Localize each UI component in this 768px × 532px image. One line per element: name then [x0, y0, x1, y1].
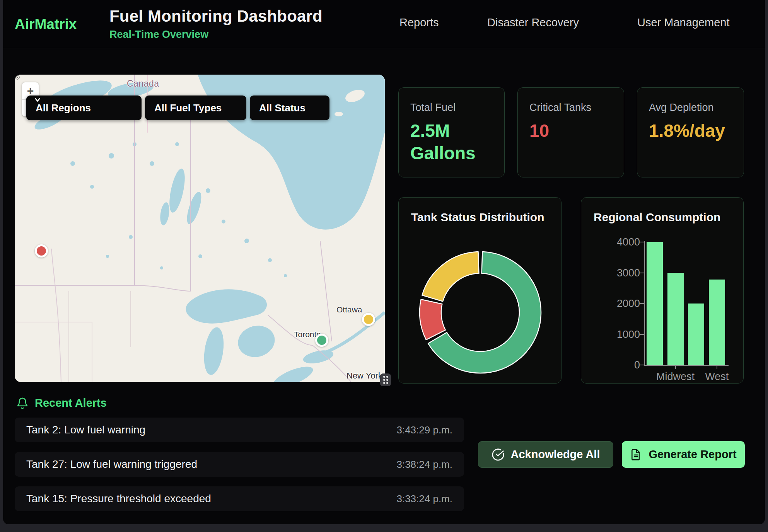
stat-card-avg-depletion: Avg Depletion 1.8%/day: [637, 87, 744, 177]
x-category-label: West: [684, 371, 750, 383]
alert-message: Tank 2: Low fuel warning: [26, 424, 145, 436]
y-tick-label: 3000: [597, 267, 640, 279]
nav-reports[interactable]: Reports: [399, 16, 439, 29]
stat-label: Total Fuel: [410, 102, 493, 114]
title-block: Fuel Monitoring Dashboard Real-Time Over…: [109, 7, 323, 41]
y-tick-label: 1000: [597, 329, 640, 341]
y-tick-mark: [640, 365, 644, 365]
consumption-bar: [647, 242, 663, 365]
stat-card-critical-tanks: Critical Tanks 10: [517, 87, 624, 177]
map-resize-handle[interactable]: [380, 373, 391, 386]
alert-row: Tank 27: Low fuel warning triggered 3:38…: [15, 452, 464, 477]
stat-value: 2.5M Gallons: [410, 120, 493, 164]
y-tick-label: 2000: [597, 298, 640, 310]
page-title: Fuel Monitoring Dashboard: [109, 7, 323, 26]
generate-report-button[interactable]: Generate Report: [622, 441, 745, 468]
y-tick-label: 0: [597, 359, 640, 371]
check-circle-icon: [492, 448, 505, 461]
recent-alerts-title: Recent Alerts: [35, 397, 107, 409]
x-tick-mark: [675, 366, 676, 369]
nav-disaster-recovery[interactable]: Disaster Recovery: [487, 16, 579, 29]
tank-status-donut: [399, 198, 562, 384]
stat-value: 10: [529, 120, 612, 142]
consumption-bar: [688, 304, 704, 365]
y-tick-mark: [640, 303, 644, 304]
status-filter-dropdown[interactable]: All Status: [250, 95, 329, 120]
status-filter-value: All Status: [259, 102, 305, 114]
alert-timestamp: 3:33:24 p.m.: [396, 493, 452, 505]
chevron-down-icon: [33, 95, 42, 104]
acknowledge-all-label: Acknowledge All: [511, 448, 600, 461]
tank-marker-critical[interactable]: [35, 244, 48, 257]
y-tick-mark: [640, 242, 644, 242]
alert-message: Tank 27: Low fuel warning triggered: [26, 458, 197, 471]
alert-message: Tank 15: Pressure threshold exceeded: [26, 493, 211, 505]
x-axis: [644, 365, 729, 366]
donut-segment-warning: [422, 252, 479, 301]
recent-alerts-header: Recent Alerts: [16, 397, 107, 409]
stat-label: Critical Tanks: [529, 102, 612, 114]
brand-logo: AirMatrix: [15, 16, 77, 32]
acknowledge-all-button[interactable]: Acknowledge All: [478, 441, 613, 468]
donut-segment-critical: [420, 299, 445, 340]
stat-value: 1.8%/day: [649, 120, 732, 142]
map-label-canada: Canada: [127, 78, 159, 89]
dashboard-root: AirMatrix Fuel Monitoring Dashboard Real…: [3, 0, 765, 524]
alert-row: Tank 2: Low fuel warning 3:43:29 p.m.: [15, 418, 464, 442]
bell-icon: [16, 397, 29, 409]
y-tick-label: 4000: [597, 236, 640, 248]
consumption-bar: [667, 273, 684, 365]
tank-marker-warning[interactable]: [362, 313, 375, 326]
alert-timestamp: 3:38:24 p.m.: [396, 459, 452, 471]
generate-report-label: Generate Report: [649, 448, 736, 461]
stat-label: Avg Depletion: [649, 102, 732, 114]
top-bar: AirMatrix Fuel Monitoring Dashboard Real…: [3, 0, 765, 48]
alert-timestamp: 3:43:29 p.m.: [396, 424, 452, 436]
y-axis: [644, 241, 645, 366]
y-tick-mark: [640, 334, 644, 335]
consumption-bar: [709, 280, 725, 365]
page-subtitle: Real-Time Overview: [109, 29, 323, 41]
region-filter-value: All Regions: [36, 102, 91, 114]
x-tick-mark: [717, 366, 717, 369]
map-canvas: [15, 75, 385, 382]
file-text-icon: [630, 448, 642, 461]
map-label-newyork: New York: [346, 371, 382, 381]
regional-consumption-card: Regional Consumption 01000200030004000Mi…: [581, 197, 744, 384]
town-marker-icon: [15, 75, 20, 80]
map-label-ottawa: Ottawa: [336, 305, 362, 314]
y-tick-mark: [640, 273, 644, 273]
nav-user-management[interactable]: User Management: [637, 16, 730, 29]
tank-status-card: Tank Status Distribution: [398, 197, 561, 384]
map-filter-bar: All Regions All Fuel Types All Status: [26, 95, 329, 120]
fuel-map[interactable]: + − All Regions All Fuel Types All Statu…: [15, 75, 385, 382]
regional-consumption-plot: 01000200030004000MidwestWest: [581, 198, 743, 383]
tank-marker-normal[interactable]: [315, 334, 328, 347]
fuel-type-filter-value: All Fuel Types: [154, 102, 222, 114]
fuel-type-filter-dropdown[interactable]: All Fuel Types: [145, 95, 246, 120]
region-filter-dropdown[interactable]: All Regions: [26, 95, 142, 120]
stat-card-total-fuel: Total Fuel 2.5M Gallons: [398, 87, 505, 177]
alert-row: Tank 15: Pressure threshold exceeded 3:3…: [15, 486, 464, 511]
